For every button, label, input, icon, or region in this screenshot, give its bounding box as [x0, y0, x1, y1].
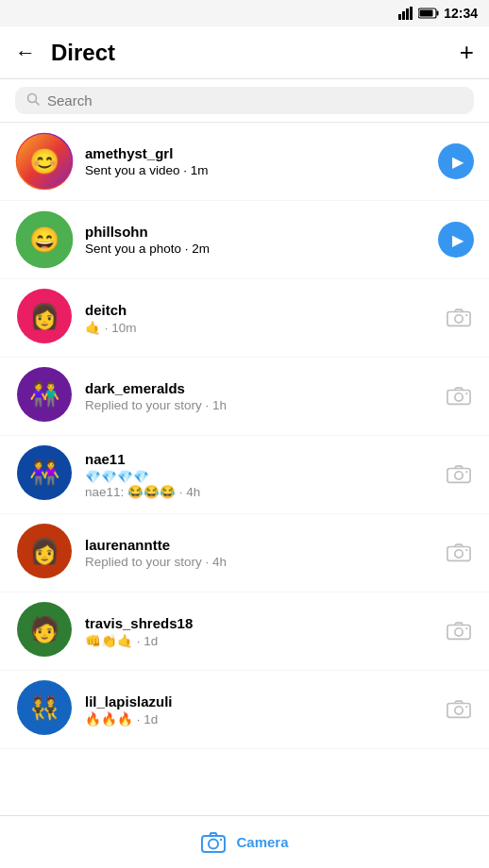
- list-item[interactable]: 👭 nae11 💎💎💎💎 nae11: 😂😂😂 · 4h: [0, 436, 489, 514]
- camera-button[interactable]: [444, 459, 474, 490]
- svg-line-8: [36, 102, 40, 106]
- new-message-button[interactable]: +: [460, 38, 474, 67]
- search-icon: [26, 92, 40, 108]
- page-title: Direct: [51, 40, 115, 66]
- avatar: 😄: [17, 212, 72, 267]
- avatar: 👩: [17, 524, 72, 578]
- svg-point-31: [220, 838, 222, 840]
- list-item[interactable]: 👩 deitch 🤙 · 10m: [0, 279, 489, 358]
- svg-rect-0: [398, 14, 401, 20]
- search-input[interactable]: [47, 92, 463, 108]
- back-button[interactable]: ←: [15, 41, 36, 65]
- svg-rect-6: [420, 10, 433, 17]
- svg-point-25: [465, 627, 467, 629]
- play-button[interactable]: ▶: [438, 143, 474, 179]
- message-preview: 🔥🔥🔥 · 1d: [85, 711, 444, 726]
- list-item[interactable]: 👯 lil_lapislazuli 🔥🔥🔥 · 1d: [0, 671, 489, 749]
- avatar: 🧑: [17, 602, 72, 657]
- camera-icon: [447, 697, 471, 722]
- camera-icon: [200, 829, 227, 856]
- camera-icon: [447, 541, 471, 565]
- list-item[interactable]: 👩 laurenanntte Replied to your story · 4…: [0, 514, 489, 593]
- bottom-bar[interactable]: Camera: [0, 815, 489, 868]
- svg-rect-3: [410, 7, 413, 20]
- camera-button[interactable]: [444, 538, 474, 568]
- message-content: lil_lapislazuli 🔥🔥🔥 · 1d: [85, 693, 444, 726]
- svg-rect-23: [447, 626, 470, 640]
- camera-button[interactable]: [444, 303, 474, 333]
- list-item[interactable]: 😊 amethyst_grl Sent you a video · 1m ▶: [0, 123, 489, 201]
- play-icon: ▶: [452, 231, 464, 249]
- svg-point-18: [455, 472, 463, 479]
- svg-point-27: [455, 707, 463, 714]
- message-content: nae11 💎💎💎💎 nae11: 😂😂😂 · 4h: [85, 451, 444, 499]
- avatar-wrapper: 👯: [15, 680, 74, 739]
- message-username: amethyst_grl: [85, 145, 438, 161]
- svg-rect-17: [447, 469, 470, 483]
- message-username: travis_shreds18: [85, 615, 444, 631]
- avatar-wrapper: 😊: [15, 132, 74, 191]
- message-username: nae11: [85, 451, 444, 467]
- message-preview: Replied to your story · 4h: [85, 555, 444, 569]
- signal-icon: [398, 7, 413, 20]
- header: ← Direct +: [0, 26, 489, 79]
- status-bar: 12:34: [0, 0, 489, 26]
- svg-point-21: [455, 550, 463, 558]
- avatar-wrapper: 🧑: [15, 602, 74, 660]
- avatar-wrapper: 😄: [15, 210, 74, 269]
- message-content: amethyst_grl Sent you a video · 1m: [85, 145, 438, 177]
- svg-rect-11: [447, 312, 470, 326]
- message-username: dark_emeralds: [85, 380, 444, 396]
- status-icons: 12:34: [398, 6, 478, 21]
- message-preview: Sent you a video · 1m: [85, 163, 438, 177]
- camera-button[interactable]: [444, 694, 474, 725]
- message-content: travis_shreds18 👊👏🤙 · 1d: [85, 615, 444, 648]
- avatar: 👩: [17, 289, 72, 343]
- avatar: 👫: [17, 367, 72, 422]
- avatar-wrapper: 👫: [15, 367, 74, 426]
- message-username: phillsohn: [85, 224, 438, 240]
- avatar: 😊: [17, 134, 72, 189]
- list-item[interactable]: 🧑 travis_shreds18 👊👏🤙 · 1d: [0, 593, 489, 671]
- message-username: laurenanntte: [85, 537, 444, 553]
- svg-point-16: [465, 392, 467, 394]
- svg-point-30: [209, 839, 218, 848]
- status-time: 12:34: [444, 6, 478, 21]
- svg-rect-2: [406, 8, 409, 20]
- svg-point-22: [465, 549, 467, 551]
- svg-rect-20: [447, 547, 470, 561]
- message-content: laurenanntte Replied to your story · 4h: [85, 537, 444, 569]
- svg-point-24: [455, 628, 463, 636]
- svg-point-19: [465, 471, 467, 473]
- search-wrapper: [15, 87, 474, 114]
- avatar-wrapper: 👩: [15, 524, 74, 582]
- message-content: dark_emeralds Replied to your story · 1h: [85, 380, 444, 412]
- list-item[interactable]: 👫 dark_emeralds Replied to your story · …: [0, 358, 489, 436]
- header-left: ← Direct: [15, 40, 115, 66]
- message-preview-line2: nae11: 😂😂😂 · 4h: [85, 484, 444, 499]
- svg-rect-26: [447, 704, 470, 718]
- camera-icon: [447, 462, 471, 487]
- camera-button[interactable]: [444, 616, 474, 646]
- message-username: deitch: [85, 302, 444, 318]
- camera-button[interactable]: [444, 381, 474, 411]
- svg-rect-5: [437, 11, 439, 16]
- message-content: phillsohn Sent you a photo · 2m: [85, 224, 438, 256]
- camera-icon: [447, 306, 471, 330]
- battery-icon: [418, 8, 439, 19]
- avatar: 👯: [17, 680, 72, 735]
- search-bar: [0, 79, 489, 123]
- play-button[interactable]: ▶: [438, 222, 474, 258]
- message-preview: Replied to your story · 1h: [85, 398, 444, 412]
- avatar-wrapper: 👩: [15, 289, 74, 347]
- svg-point-12: [455, 315, 463, 323]
- camera-icon: [447, 384, 471, 409]
- message-username: lil_lapislazuli: [85, 693, 444, 709]
- message-list: 😊 amethyst_grl Sent you a video · 1m ▶ 😄…: [0, 123, 489, 749]
- list-item[interactable]: 😄 phillsohn Sent you a photo · 2m ▶: [0, 201, 489, 279]
- svg-point-15: [455, 393, 463, 401]
- svg-rect-14: [447, 391, 470, 405]
- play-icon: ▶: [452, 153, 464, 171]
- svg-point-28: [465, 706, 467, 708]
- avatar: 👭: [17, 445, 72, 500]
